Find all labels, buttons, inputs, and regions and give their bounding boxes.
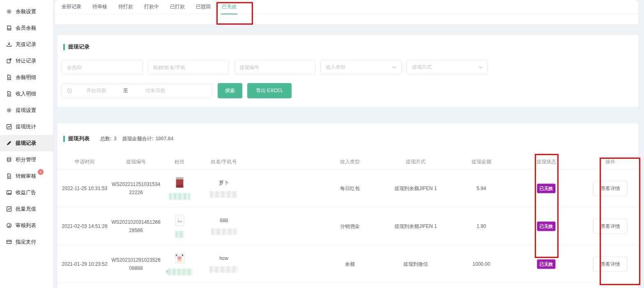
cell-fan: [175, 215, 184, 238]
sidebar-item-designated-payment[interactable]: 指定支付: [0, 234, 53, 250]
withdraw-code-input[interactable]: [234, 60, 315, 75]
table-header-row: 申请时间 提现编号 粉丝 姓名/手机号 收入类型 提现方式 提现金额 提现状态 …: [58, 154, 638, 170]
view-details-button[interactable]: 查看详情: [593, 256, 628, 272]
blurred-fan-name: [169, 193, 191, 200]
customer-name: 888: [220, 218, 228, 223]
sidebar-item-label: 转账审核: [16, 173, 36, 180]
customer-name: 萝卜: [219, 179, 229, 186]
cell-amount: 1.90: [476, 223, 486, 229]
col-amount: 提现金额: [472, 158, 491, 165]
sidebar-item-income-details[interactable]: 收入明细: [0, 86, 53, 102]
blurred-phone: [209, 266, 238, 273]
cell-apply-time: 2022-11-25 10:31:53: [62, 186, 108, 191]
blurred-phone: [211, 228, 237, 235]
section-bar: [63, 136, 65, 142]
sidebar-item-withdraw-stats[interactable]: 提现统计: [0, 118, 53, 135]
cell-income-type: 余额: [345, 260, 355, 267]
nickname-name-phone-input[interactable]: [148, 60, 229, 75]
cell-withdraw-code: WS20210203145126628566: [110, 218, 161, 235]
file-icon: [6, 91, 12, 97]
fan-name-prefix: f: [166, 269, 168, 274]
customer-name: hcw: [219, 255, 228, 261]
sidebar-item-label: 收入明细: [16, 91, 36, 98]
sidebar-item-withdraw-records[interactable]: 提现记录: [0, 135, 53, 151]
file-icon: [6, 173, 12, 179]
cell-action: 查看详情: [593, 181, 628, 196]
sidebar-item-revenue-ads[interactable]: 收益广告: [0, 184, 53, 201]
notification-badge: 6: [38, 169, 44, 175]
cell-fan: f: [166, 253, 193, 275]
sidebar-item-member-balance[interactable]: 会员余额: [0, 20, 53, 36]
cell-withdraw-method: 提现到余额JIFEN 1: [394, 223, 437, 230]
sidebar-item-transfer-review[interactable]: 转账审核 6: [0, 168, 53, 184]
cell-name-phone: 888: [211, 218, 237, 235]
withdraw-list-card: 提现列表 总数: 3 提现金额合计: 1007.84 申请时间 提现编号 粉丝 …: [58, 123, 638, 288]
avatar: [175, 177, 184, 188]
download-icon: [6, 42, 12, 47]
sidebar-item-review-list[interactable]: 审核列表: [0, 217, 53, 234]
sidebar-item-transfer-records[interactable]: 转让记录: [0, 53, 53, 69]
col-name-phone: 姓名/手机号: [211, 158, 237, 165]
external-link-icon: [6, 58, 12, 64]
cell-income-type: 分销佣金: [340, 223, 360, 230]
date-range-input[interactable]: 开始日期 至 结束日期: [62, 83, 213, 98]
filter-title: 提现记录: [68, 43, 90, 51]
tab-rejected[interactable]: 已驳回: [196, 3, 211, 10]
col-action: 操作: [605, 158, 615, 165]
withdraw-method-select[interactable]: 提现方式: [407, 60, 488, 75]
amount-sum-label: 提现金额合计:: [122, 135, 154, 142]
cell-apply-time: 2021-02-03 14:51:26: [62, 223, 107, 229]
view-details-button[interactable]: 查看详情: [593, 218, 628, 234]
tab-pending-payment[interactable]: 待打款: [118, 3, 133, 10]
sidebar-item-recharge-records[interactable]: 充值记录: [0, 36, 53, 53]
filter-section-head: 提现记录: [58, 35, 638, 51]
cell-action: 查看详情: [593, 256, 628, 272]
fan-name-line: f: [166, 268, 193, 275]
sidebar-item-batch-recharge[interactable]: 批量充值: [0, 201, 53, 217]
export-excel-button[interactable]: 导出 EXCEL: [247, 83, 292, 98]
gauge-icon: [6, 223, 12, 228]
col-fan: 粉丝: [175, 158, 184, 165]
cell-fan: [169, 177, 191, 200]
book-icon: [6, 25, 12, 31]
col-apply-time: 申请时间: [75, 158, 94, 165]
view-details-button[interactable]: 查看详情: [593, 181, 628, 196]
sidebar-item-balance-settings[interactable]: 余额设置: [0, 3, 53, 20]
sidebar-item-label: 积分管理: [16, 156, 36, 163]
search-button[interactable]: 搜索: [218, 83, 242, 98]
status-badge: 已无效: [537, 259, 556, 269]
sidebar-item-points-management[interactable]: 积分管理: [0, 151, 53, 168]
gear-icon: [6, 107, 12, 113]
income-type-select[interactable]: 收入类型: [320, 60, 402, 75]
cell-income-type: 每日红包: [340, 185, 360, 192]
member-id-input[interactable]: [62, 60, 143, 75]
select-placeholder: 提现方式: [412, 64, 432, 71]
tab-pending-review[interactable]: 待审核: [92, 3, 107, 10]
sidebar-item-withdraw-settings[interactable]: 提现设置: [0, 102, 53, 118]
tab-paid[interactable]: 已打款: [170, 3, 185, 10]
image-placeholder-icon: [175, 215, 184, 226]
sidebar-item-label: 提现记录: [16, 140, 36, 147]
table-row: 2021-02-03 14:51:26 WS202102031451266285…: [58, 207, 638, 245]
col-withdraw-code: 提现编号: [126, 158, 146, 165]
avatar: [175, 253, 184, 263]
sidebar-item-label: 指定支付: [16, 239, 36, 246]
tab-invalid[interactable]: 已无效: [222, 3, 237, 10]
sidebar-item-label: 余额设置: [16, 8, 36, 15]
cell-withdraw-code: WS20221125103153422226: [110, 180, 161, 197]
list-title: 提现列表: [68, 135, 90, 142]
status-badge: 已无效: [537, 183, 556, 193]
cell-amount: 5.94: [476, 186, 486, 191]
tab-all-records[interactable]: 全部记录: [62, 3, 81, 10]
status-badge: 已无效: [537, 221, 556, 231]
sidebar-item-balance-details[interactable]: 余额明细: [0, 69, 53, 86]
col-status: 提现状态: [536, 158, 556, 165]
total-label: 总数:: [100, 135, 112, 142]
tab-paying[interactable]: 打款中: [144, 3, 159, 10]
file-icon: [6, 74, 12, 80]
cell-status: 已无效: [537, 259, 556, 269]
cell-action: 查看详情: [593, 218, 628, 234]
cell-withdraw-method: 提现到余额JIFEN 1: [394, 185, 437, 192]
cell-amount: 1000.00: [472, 261, 490, 267]
pencil-icon: [6, 140, 12, 146]
